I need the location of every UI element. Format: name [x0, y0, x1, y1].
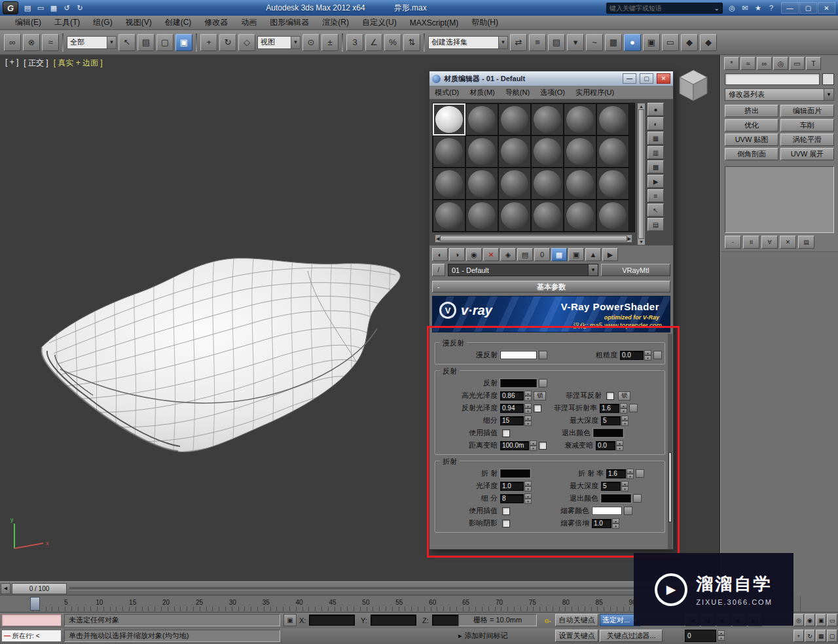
object-name-field[interactable] [725, 73, 820, 85]
material-sample-slot[interactable] [564, 168, 596, 200]
backlight-icon[interactable]: ◐ [647, 117, 664, 130]
menu-item[interactable]: 帮助(H) [465, 16, 504, 29]
tab-modify-icon[interactable]: ≈ [740, 57, 756, 70]
add-time-tag[interactable]: ▸ 添加时间标记 [458, 631, 543, 641]
modifier-button[interactable]: 车削 [780, 119, 834, 132]
y-coordinate-field[interactable] [371, 615, 416, 626]
ior-map-button[interactable] [636, 469, 644, 478]
reset-map-icon[interactable]: ✕ [483, 248, 499, 261]
named-selection-sets-field[interactable]: 创建选择集▼ [428, 36, 508, 49]
tab-utilities-icon[interactable]: T [806, 57, 821, 70]
viewport-pov-label[interactable]: [ + ] [5, 58, 18, 69]
roughness-spinner[interactable]: ▴▾ [644, 350, 651, 361]
make-unique-stack-icon[interactable]: ∀ [761, 236, 778, 249]
application-menu-button[interactable]: G [3, 1, 18, 14]
modifier-button[interactable]: 挤出 [725, 105, 778, 117]
menu-item[interactable]: 视图(V) [120, 16, 158, 29]
reference-coordinate-dropdown[interactable]: 视图▼ [257, 36, 301, 49]
render-iterative-icon[interactable]: ◆ [700, 34, 717, 51]
material-sample-slot[interactable] [433, 135, 465, 168]
show-end-result-stack-icon[interactable]: II [743, 236, 759, 249]
material-sample-slot[interactable] [531, 135, 564, 168]
scroll-down-icon[interactable]: ▼ [639, 240, 644, 244]
parameters-scrollbar[interactable] [668, 334, 672, 549]
refraction-max-depth-field[interactable]: 5 [601, 482, 621, 491]
put-to-library-icon[interactable]: ▤ [517, 248, 533, 261]
remove-modifier-icon[interactable]: ✕ [780, 236, 796, 249]
zoom-extents-icon[interactable]: ▣ [816, 614, 826, 626]
selection-lock-icon[interactable]: ▣ [283, 614, 297, 626]
fresnel-ior-spinner[interactable]: ▴▾ [620, 403, 627, 414]
roughness-map-button[interactable] [653, 351, 662, 359]
maxscript-mini-listener[interactable] [1, 614, 62, 626]
spinner-snap-icon[interactable]: ⇅ [403, 34, 420, 51]
menu-item[interactable]: 选项(O) [540, 88, 565, 98]
menu-item[interactable]: 动画 [235, 16, 263, 29]
dim-distance-field[interactable]: 100.0m [500, 441, 529, 450]
refraction-use-interpolation-checkbox[interactable] [502, 507, 510, 515]
ior-spinner[interactable]: ▴▾ [627, 469, 634, 479]
sample-type-icon[interactable]: ● [647, 103, 664, 116]
dim-falloff-field[interactable]: 0.0 [596, 441, 615, 450]
pan-icon[interactable]: + [793, 630, 804, 642]
viewcube[interactable] [674, 67, 712, 107]
hilight-lock-button[interactable]: 锁 [534, 391, 546, 401]
select-by-name-icon[interactable]: ▤ [137, 34, 155, 51]
use-interpolation-checkbox[interactable] [502, 429, 510, 437]
help-icon[interactable]: ? [765, 2, 778, 14]
previous-frame-arrow-icon[interactable]: ◀ [1, 583, 10, 594]
modifier-button[interactable]: 涡轮平滑 [780, 134, 834, 146]
select-and-link-icon[interactable]: ∞ [4, 34, 21, 51]
maximize-viewport-toggle-icon[interactable]: ▦ [816, 630, 826, 642]
configure-modifier-sets-icon[interactable]: ▤ [798, 236, 814, 249]
material-sample-slot[interactable] [433, 168, 465, 200]
diffuse-color-swatch[interactable] [500, 351, 537, 359]
unlink-selection-icon[interactable]: ⊗ [23, 34, 40, 51]
time-slider-handle[interactable]: 0 / 100 [12, 583, 67, 594]
undo-icon[interactable]: ↺ [60, 2, 73, 14]
material-sample-slot[interactable] [596, 135, 629, 168]
chevron-down-icon[interactable]: ▼ [498, 37, 507, 48]
background-icon[interactable]: ▦ [647, 132, 664, 145]
refraction-glossiness-spinner[interactable]: ▴▾ [524, 481, 532, 492]
hilight-glossiness-field[interactable]: 0.86 [500, 391, 524, 401]
align-icon[interactable]: ≡ [529, 34, 546, 51]
menu-item[interactable]: 模式(D) [435, 88, 459, 98]
pin-stack-icon[interactable]: - [725, 236, 741, 249]
percent-snap-icon[interactable]: % [384, 34, 401, 51]
zoom-icon[interactable]: ◎ [793, 614, 804, 626]
time-slider[interactable]: ◀ 0 / 100 ▶ [0, 581, 720, 596]
menu-item[interactable]: 图形编辑器 [264, 16, 315, 29]
max-depth-field[interactable]: 5 [601, 416, 621, 425]
collapse-icon[interactable]: - [437, 283, 440, 291]
select-and-manipulate-icon[interactable]: ± [321, 34, 338, 51]
scrollbar-thumb[interactable] [638, 109, 644, 239]
save-file-icon[interactable]: ▦ [47, 2, 60, 14]
fog-multiplier-spinner[interactable]: ▴▾ [612, 518, 619, 529]
time-slider-track[interactable] [69, 587, 707, 590]
dim-falloff-spinner[interactable]: ▴▾ [616, 440, 623, 451]
tab-display-icon[interactable]: ▭ [790, 57, 805, 70]
modifier-button[interactable]: 优化 [725, 119, 778, 132]
reflection-color-swatch[interactable] [500, 379, 537, 387]
refraction-exit-color-swatch[interactable] [601, 494, 631, 503]
menu-item[interactable]: 编辑(E) [9, 16, 47, 29]
make-preview-icon[interactable]: ▶ [647, 175, 664, 188]
curve-editor-icon[interactable]: ~ [586, 34, 603, 51]
use-pivot-center-icon[interactable]: ⊙ [302, 34, 319, 51]
menu-item[interactable]: 渲染(R) [316, 16, 355, 29]
layer-manager-icon[interactable]: ▤ [548, 34, 565, 51]
fog-color-swatch[interactable] [592, 507, 622, 515]
hilight-glossiness-spinner[interactable]: ▴▾ [524, 391, 532, 401]
chevron-down-icon[interactable]: ▼ [291, 37, 300, 48]
favorites-icon[interactable]: ★ [752, 2, 765, 14]
refraction-glossiness-field[interactable]: 1.0 [500, 482, 524, 491]
close-button[interactable]: ✕ [818, 2, 835, 14]
make-unique-icon[interactable]: ◈ [500, 248, 516, 261]
material-sample-slot[interactable] [596, 168, 629, 200]
window-crossing-icon[interactable]: ▣ [175, 34, 192, 51]
menu-item[interactable]: 工具(T) [48, 16, 86, 29]
maximize-button[interactable]: ▢ [640, 73, 653, 84]
material-sample-slot[interactable] [564, 200, 596, 232]
menu-item[interactable]: 自定义(U) [356, 16, 403, 29]
